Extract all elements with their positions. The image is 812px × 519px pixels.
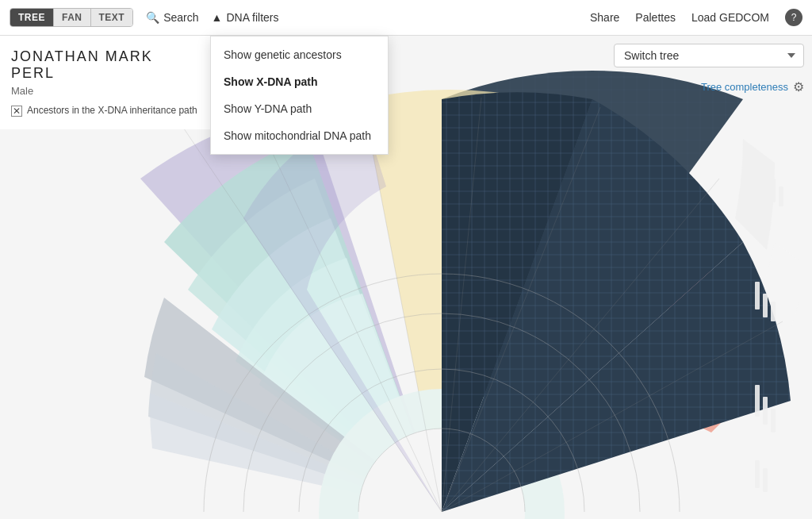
tab-text[interactable]: TEXT — [91, 9, 133, 26]
dropdown-item-genetic-ancestors[interactable]: Show genetic ancestors — [211, 41, 388, 68]
svg-rect-20 — [763, 397, 768, 425]
palettes-button[interactable]: Palettes — [635, 11, 676, 24]
svg-rect-15 — [779, 186, 783, 206]
svg-rect-14 — [771, 179, 776, 202]
dropdown-item-y-dna-path[interactable]: Show Y-DNA path — [211, 95, 388, 122]
switch-tree-select[interactable]: Switch tree — [614, 44, 804, 67]
dna-icon: ▲ — [212, 11, 223, 24]
tab-tree[interactable]: TREE — [10, 9, 54, 26]
top-nav: TREE FAN TEXT 🔍 Search ▲ DNA filters Sha… — [0, 0, 812, 36]
note-icon: ✕ — [11, 106, 22, 117]
svg-rect-21 — [771, 409, 776, 432]
dna-dropdown-menu: Show genetic ancestors Show X-DNA path S… — [210, 36, 389, 155]
nav-right: Share Palettes Load GEDCOM ? — [590, 9, 802, 26]
left-panel: JONATHAN MARK PERL Male ✕ Ancestors in t… — [0, 36, 210, 129]
tab-fan[interactable]: FAN — [54, 9, 91, 26]
svg-rect-13 — [763, 171, 768, 198]
dropdown-item-mitochondrial-dna-path[interactable]: Show mitochondrial DNA path — [211, 122, 388, 149]
share-button[interactable]: Share — [590, 11, 619, 24]
search-button[interactable]: 🔍 Search — [146, 11, 198, 24]
person-name: JONATHAN MARK PERL — [11, 48, 199, 82]
tree-completeness-link[interactable]: Tree completeness — [701, 81, 788, 93]
dna-filters-button[interactable]: ▲ DNA filters — [212, 11, 279, 24]
svg-rect-12 — [755, 163, 760, 194]
svg-rect-16 — [755, 282, 760, 309]
help-button[interactable]: ? — [785, 9, 802, 26]
svg-rect-22 — [755, 460, 760, 488]
right-controls: Switch tree — [614, 44, 804, 67]
dropdown-item-x-dna-path[interactable]: Show X-DNA path — [211, 68, 388, 95]
view-tabs: TREE FAN TEXT — [10, 8, 133, 27]
search-icon: 🔍 — [146, 11, 159, 24]
person-gender: Male — [11, 85, 199, 97]
svg-rect-19 — [755, 385, 760, 417]
gear-icon[interactable]: ⚙ — [793, 79, 804, 94]
svg-rect-23 — [763, 468, 768, 492]
tree-completeness-bar: Tree completeness ⚙ — [701, 79, 804, 94]
person-note: ✕ Ancestors in the X-DNA inheritance pat… — [11, 105, 199, 117]
svg-rect-17 — [763, 294, 768, 317]
load-gedcom-button[interactable]: Load GEDCOM — [691, 11, 769, 24]
svg-rect-18 — [771, 302, 776, 321]
